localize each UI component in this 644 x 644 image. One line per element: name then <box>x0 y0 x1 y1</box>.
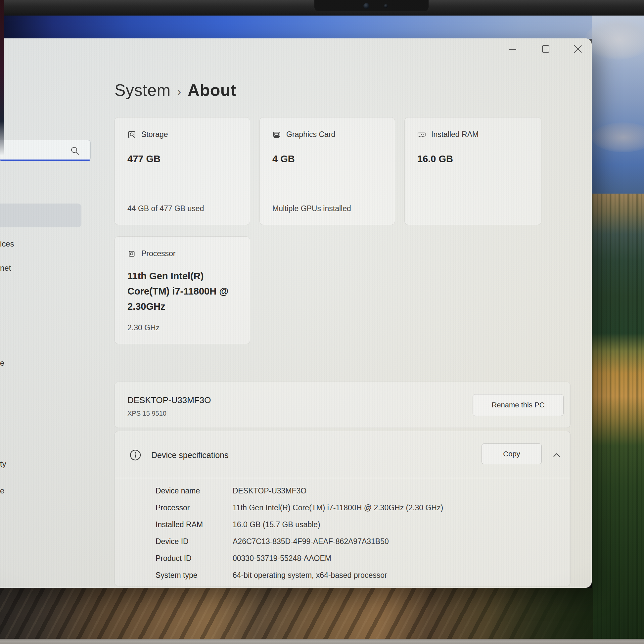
desktop-wallpaper-top-strip <box>0 16 593 39</box>
gpu-icon <box>272 130 281 139</box>
section-divider <box>115 478 570 478</box>
device-specifications-title: Device specifications <box>151 450 228 460</box>
page-title: About <box>188 81 236 100</box>
copy-button[interactable]: Copy <box>482 443 542 464</box>
breadcrumb-system[interactable]: System <box>115 81 171 100</box>
graphics-value: 4 GB <box>272 151 388 166</box>
spec-row-device-name: Device name DESKTOP-U33MF3O <box>115 483 570 499</box>
spec-row-system-type: System type 64-bit operating system, x64… <box>115 567 570 584</box>
sidebar-item-network-internet[interactable]: net <box>0 263 11 273</box>
storage-card: Storage 477 GB 44 GB of 477 GB used <box>115 117 250 225</box>
processor-caption: 2.30 GHz <box>127 323 160 332</box>
webcam-module <box>314 0 429 11</box>
minimize-button[interactable] <box>505 42 521 56</box>
spec-value: 00330-53719-55248-AAOEM <box>233 550 331 567</box>
wallpaper-sky <box>592 13 644 194</box>
spec-row-device-id: Device ID A26C7C13-835D-4F99-AEAF-862A97… <box>115 533 570 550</box>
close-icon <box>573 44 583 54</box>
laptop-bezel <box>0 0 644 16</box>
chevron-up-icon <box>551 450 562 460</box>
laptop-deck <box>0 639 644 644</box>
wallpaper-forest-hillside <box>592 194 644 644</box>
info-icon <box>129 449 141 461</box>
spec-row-installed-ram: Installed RAM 16.0 GB (15.7 GB usable) <box>115 516 570 533</box>
wallpaper-cloud <box>592 122 644 152</box>
search-input[interactable] <box>0 140 91 161</box>
spec-label: Processor <box>156 499 190 516</box>
wallpaper-cloud <box>585 20 644 60</box>
close-button[interactable] <box>570 42 586 56</box>
sidebar-item-bluetooth-devices[interactable]: ices <box>0 239 14 249</box>
chevron-right-icon: › <box>177 83 181 98</box>
screen-edge-reflection <box>0 0 4 156</box>
sidebar-item-system-selected[interactable] <box>0 204 81 227</box>
spec-value: A26C7C13-835D-4F99-AEAF-862A97A31B50 <box>233 533 389 550</box>
minimize-icon <box>508 44 518 54</box>
search-icon <box>70 146 80 157</box>
spec-value: 64-bit operating system, x64-based proce… <box>233 567 387 584</box>
card-label: Installed RAM <box>431 130 479 139</box>
storage-caption: 44 GB of 477 GB used <box>127 204 204 213</box>
photographed-laptop-screen: ices net e ty e System › About Storage 4… <box>0 0 644 644</box>
processor-card: Processor 11th Gen Intel(R) Core(TM) i7-… <box>115 236 250 344</box>
spec-label: Device name <box>156 483 200 499</box>
maximize-icon <box>541 44 551 54</box>
desktop-wallpaper-rocks <box>0 588 593 641</box>
hard-drive-icon <box>127 130 136 139</box>
spec-value: DESKTOP-U33MF3O <box>233 483 306 499</box>
storage-value: 477 GB <box>127 151 243 166</box>
card-label: Processor <box>141 249 176 258</box>
spec-row-processor: Processor 11th Gen Intel(R) Core(TM) i7-… <box>115 499 570 516</box>
ram-value: 16.0 GB <box>417 151 533 166</box>
desktop-wallpaper-right <box>592 13 644 644</box>
card-label: Graphics Card <box>286 130 335 139</box>
spec-value: 16.0 GB (15.7 GB usable) <box>233 516 320 533</box>
search-focus-underline <box>0 160 90 161</box>
sidebar-item-windows-update[interactable]: e <box>0 486 4 496</box>
spec-row-product-id: Product ID 00330-53719-55248-AAOEM <box>115 550 570 567</box>
device-name: DESKTOP-U33MF3O <box>127 395 211 405</box>
sidebar-item-privacy-security[interactable]: ty <box>0 459 6 469</box>
rename-pc-button[interactable]: Rename this PC <box>473 394 564 416</box>
maximize-button[interactable] <box>538 42 554 56</box>
spec-label: Installed RAM <box>156 516 203 533</box>
spec-label: Device ID <box>156 533 189 550</box>
device-name-panel: DESKTOP-U33MF3O XPS 15 9510 Rename this … <box>115 382 571 428</box>
processor-value: 11th Gen Intel(R) Core(TM) i7-11800H @ 2… <box>127 268 243 314</box>
webcam-lens-icon <box>363 3 369 9</box>
cpu-chip-icon <box>127 250 136 258</box>
device-model: XPS 15 9510 <box>127 410 166 417</box>
ram-icon <box>417 130 426 139</box>
graphics-card-card: Graphics Card 4 GB Multiple GPUs install… <box>259 117 395 225</box>
device-specifications-panel: Device specifications Copy Device name D… <box>115 431 571 586</box>
spec-value: 11th Gen Intel(R) Core(TM) i7-11800H @ 2… <box>233 499 443 516</box>
breadcrumb: System › About <box>115 81 236 100</box>
webcam-led-icon <box>384 4 388 8</box>
spec-label: System type <box>156 567 198 584</box>
card-label: Storage <box>141 130 168 139</box>
settings-window: ices net e ty e System › About Storage 4… <box>0 38 592 588</box>
sidebar-item-time-language[interactable]: e <box>0 358 4 368</box>
graphics-caption: Multiple GPUs installed <box>272 204 351 213</box>
installed-ram-card: Installed RAM 16.0 GB <box>404 117 541 225</box>
collapse-section-button[interactable] <box>551 450 562 462</box>
spec-label: Product ID <box>156 550 192 567</box>
